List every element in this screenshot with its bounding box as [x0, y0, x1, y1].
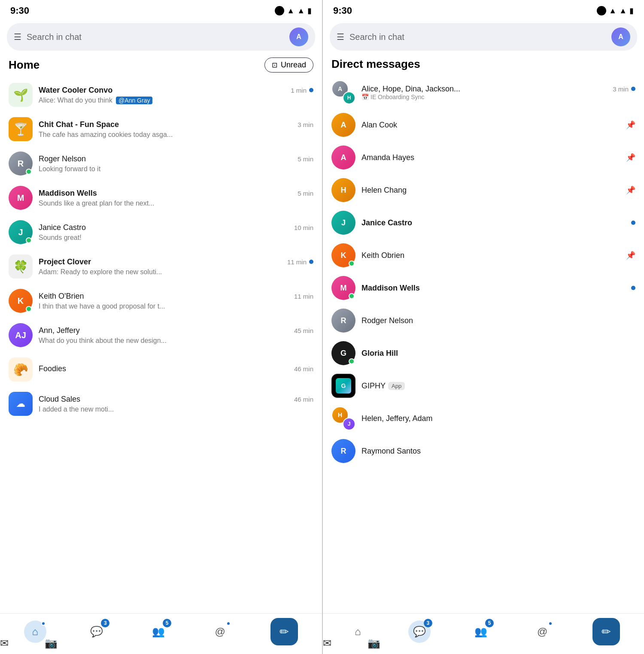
mention-tag-ann: @Ann Gray — [116, 97, 152, 104]
chat-avatar-foodies: 🥐 — [9, 357, 33, 382]
dm-content-alan: Alan Cook — [361, 121, 620, 130]
user-avatar-right[interactable]: A — [611, 27, 630, 46]
chat-preview-maddison: Sounds like a great plan for the next... — [39, 200, 155, 207]
chat-item-roger-nelson[interactable]: R Roger Nelson 5 min Looking forward to … — [0, 146, 322, 181]
compose-icon-left: ✏ — [279, 625, 289, 639]
chat-preview-roger: Looking forward to it — [39, 165, 100, 173]
mention-dot-right — [548, 621, 553, 626]
pin-icon-keith-dm: 📌 — [626, 251, 635, 260]
chat-content-chit-chat: Chit Chat - Fun Space 3 min The cafe has… — [39, 120, 313, 139]
compose-icon-right: ✏ — [601, 625, 611, 639]
nav-chat-right[interactable]: 💬 3 — [408, 621, 431, 643]
dm-name-helen-chang: Helen Chang — [361, 186, 407, 194]
chat-time-wrap-chit-chat: 3 min — [298, 121, 313, 128]
search-bar-left[interactable]: ☰ Search in chat A — [7, 23, 315, 51]
user-avatar-left[interactable]: A — [289, 27, 308, 46]
chat-content-cloud-sales: Cloud Sales 46 min I added a the new mot… — [39, 395, 313, 413]
dm-avatar-janice-dm: J — [331, 211, 355, 235]
chat-content-foodies: Foodies 46 min — [39, 364, 313, 375]
chat-content-water-cooler: Water Cooler Convo 1 min Alice: What do … — [39, 86, 313, 104]
dm-name-maddison-dm: Maddison Wells — [361, 284, 420, 292]
dm-content-giphy: GIPHY App — [361, 382, 635, 391]
nav-mention-right[interactable]: @ — [531, 621, 553, 643]
nav-chat-left[interactable]: 💬 3 — [85, 621, 108, 643]
chat-item-foodies[interactable]: 🥐 Foodies 46 min — [0, 352, 322, 387]
video-icon-left[interactable]: 📷 — [45, 637, 58, 649]
nav-people-left[interactable]: 👥 5 — [147, 621, 170, 643]
compose-button-right[interactable]: ✏ — [592, 618, 620, 645]
chat-item-chit-chat[interactable]: 🍸 Chit Chat - Fun Space 3 min The cafe h… — [0, 112, 322, 146]
unread-button[interactable]: ⊡ Unread — [264, 58, 313, 73]
chat-item-maddison[interactable]: M Maddison Wells 5 min Sounds like a gre… — [0, 181, 322, 215]
dm-item-helen-jeffery-adam[interactable]: H J Helen, Jeffery, Adam — [323, 402, 644, 435]
section-header-left: Home ⊡ Unread — [0, 56, 322, 78]
chat-time-keith: 11 min — [294, 293, 313, 300]
chat-item-project-clover[interactable]: 🍀 Project Clover 11 min Adam: Ready to e… — [0, 249, 322, 284]
dm-content-amanda: Amanda Hayes — [361, 153, 620, 162]
chat-item-keith[interactable]: K Keith O'Brien 11 min I thin that we ha… — [0, 284, 322, 318]
section-title-left: Home — [9, 58, 39, 72]
dm-name-keith-dm: Keith Obrien — [361, 251, 404, 260]
chat-preview-chit-chat: The cafe has amazing cookies today asga.… — [39, 131, 173, 138]
chat-time-ann-jeffery: 45 min — [294, 327, 313, 334]
nav-people-right[interactable]: 👥 5 — [470, 621, 492, 643]
dm-name-row-giphy: GIPHY App — [361, 382, 635, 391]
chat-content-maddison: Maddison Wells 5 min Sounds like a great… — [39, 189, 313, 207]
dm-item-alan-cook[interactable]: A Alan Cook 📌 — [323, 109, 644, 141]
status-time-left: 9:30 — [10, 5, 29, 16]
dm-right-amanda: 📌 — [626, 153, 635, 162]
chat-name-chit-chat: Chit Chat - Fun Space — [39, 120, 119, 129]
people-badge-right: 5 — [485, 619, 494, 627]
chat-name-water-cooler: Water Cooler Convo — [39, 86, 112, 95]
mention-dot-left — [226, 621, 231, 626]
chat-content-janice: Janice Castro 10 min Sounds great! — [39, 223, 313, 242]
chat-item-janice[interactable]: J Janice Castro 10 min Sounds great! — [0, 215, 322, 249]
left-panel: 9:30 ▲ ▲ ▮ ☰ Search in chat A Home ⊡ Unr… — [0, 0, 322, 654]
dm-item-giphy[interactable]: G GIPHY App — [323, 369, 644, 402]
online-dot-keith — [26, 306, 32, 312]
status-time-right: 9:30 — [333, 5, 352, 16]
online-dot-keith-dm — [349, 260, 355, 266]
video-icon-right[interactable]: 📷 — [368, 637, 380, 649]
nav-home-left[interactable]: ⌂ — [24, 621, 46, 643]
channel-avatar-foodies: 🥐 — [9, 357, 33, 382]
dm-item-rodger[interactable]: R Rodger Nelson — [323, 304, 644, 337]
chat-preview-cloud-sales: I added a the new moti... — [39, 406, 114, 413]
status-icons-left: ▲ ▲ ▮ — [275, 6, 312, 15]
dm-list: A H Alice, Hope, Dina, Jackson... 3 min … — [323, 76, 644, 631]
pin-icon-alan: 📌 — [626, 120, 635, 130]
section-header-right: Direct messages — [323, 56, 644, 76]
compose-button-left[interactable]: ✏ — [270, 618, 298, 645]
hamburger-icon-right[interactable]: ☰ — [337, 32, 344, 42]
nav-home-right[interactable]: ⌂ — [347, 621, 369, 643]
dm-item-keith-dm[interactable]: K Keith Obrien 📌 — [323, 239, 644, 272]
dm-name-janice-dm: Janice Castro — [361, 218, 412, 227]
dm-name-giphy: GIPHY — [361, 382, 386, 391]
chat-time-wrap-project-clover: 11 min — [287, 258, 313, 266]
dm-unread-dot-janice — [631, 221, 635, 225]
dm-item-janice-dm[interactable]: J Janice Castro — [323, 206, 644, 239]
chat-preview-project-clover: Adam: Ready to explore the new soluti... — [39, 268, 162, 276]
home-icon-right[interactable]: ⌂ — [347, 621, 369, 643]
hamburger-icon-left[interactable]: ☰ — [14, 32, 21, 42]
wifi-icon-left: ▲ — [287, 6, 295, 15]
chat-item-ann-jeffery[interactable]: AJ Ann, Jeffery 45 min What do you think… — [0, 318, 322, 352]
chat-time-roger: 5 min — [298, 155, 313, 163]
dm-item-alice-group[interactable]: A H Alice, Hope, Dina, Jackson... 3 min … — [323, 76, 644, 109]
dm-avatar-second-jeffery: J — [343, 418, 355, 430]
dm-item-raymond[interactable]: R Raymond Santos — [323, 435, 644, 467]
mail-icon-right[interactable]: ✉ — [323, 637, 331, 649]
search-bar-right[interactable]: ☰ Search in chat A — [330, 23, 637, 51]
dm-avatar-helen-chang: H — [331, 178, 355, 202]
chat-item-water-cooler[interactable]: 🌱 Water Cooler Convo 1 min Alice: What d… — [0, 78, 322, 112]
dm-item-gloria[interactable]: G Gloria Hill — [323, 337, 644, 369]
nav-mention-left[interactable]: @ — [209, 621, 231, 643]
dm-item-amanda[interactable]: A Amanda Hayes 📌 — [323, 141, 644, 174]
mail-icon-left[interactable]: ✉ — [0, 637, 9, 649]
dm-item-maddison-dm[interactable]: M Maddison Wells — [323, 272, 644, 304]
chat-item-cloud-sales[interactable]: ☁ Cloud Sales 46 min I added a the new m… — [0, 387, 322, 421]
dm-right-keith-dm: 📌 — [626, 251, 635, 260]
chat-avatar-water-cooler: 🌱 — [9, 83, 33, 107]
dm-avatar-second-hope: H — [343, 91, 355, 104]
dm-item-helen-chang[interactable]: H Helen Chang 📌 — [323, 174, 644, 206]
